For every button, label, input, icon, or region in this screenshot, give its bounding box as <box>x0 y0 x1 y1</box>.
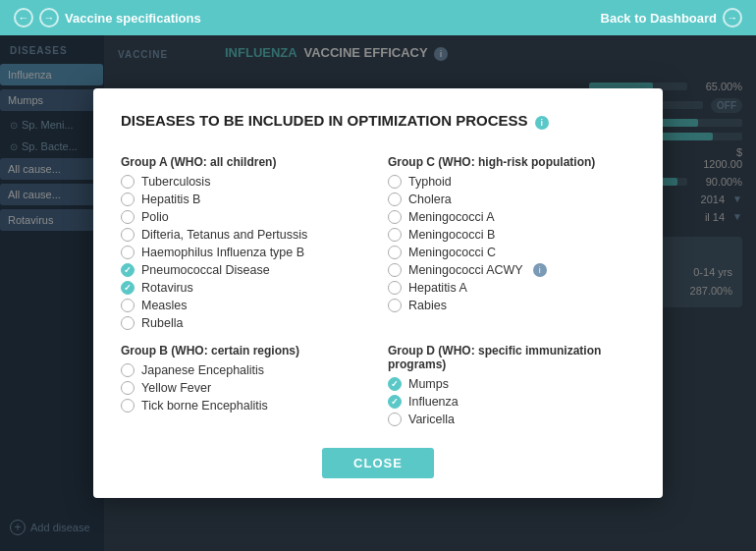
polio-label: Polio <box>141 210 169 224</box>
meningococci-acwy-radio[interactable] <box>388 263 402 277</box>
page-title: Vaccine specifications <box>65 11 201 26</box>
tick-borne-label: Tick borne Encephalitis <box>141 399 268 413</box>
item-yellow-fever: Yellow Fever <box>121 381 368 395</box>
main-content: DISEASES Influenza Mumps ⊙ Sp. Meni... ⊙… <box>0 35 756 551</box>
measles-radio[interactable] <box>121 299 135 312</box>
group-c-title: Group C (WHO: high-risk population) <box>388 155 635 169</box>
rotavirus-radio[interactable] <box>121 281 135 295</box>
item-meningococci-c: Meningococci C <box>388 246 635 259</box>
item-pneumococcal: Pneumococcal Disease <box>121 263 368 277</box>
varicella-radio[interactable] <box>388 413 402 426</box>
varicella-label: Varicella <box>408 413 455 426</box>
item-mumps: Mumps <box>388 377 635 391</box>
typhoid-label: Typhoid <box>408 175 452 189</box>
haemophilus-label: Haemophilus Influenza type B <box>141 246 304 259</box>
rotavirus-label: Rotavirus <box>141 281 193 295</box>
rubella-label: Rubella <box>141 316 183 330</box>
measles-label: Measles <box>141 299 188 312</box>
meningococci-b-radio[interactable] <box>388 228 402 242</box>
hepatitis-b-label: Hepatitis B <box>141 193 200 206</box>
rubella-radio[interactable] <box>121 316 135 330</box>
hepatitis-a-label: Hepatitis A <box>408 281 467 295</box>
item-haemophilus: Haemophilus Influenza type B <box>121 246 368 259</box>
item-rotavirus: Rotavirus <box>121 281 368 295</box>
item-meningococci-b: Meningococci B <box>388 228 635 242</box>
group-d-title: Group D (WHO: specific immunization prog… <box>388 344 635 371</box>
item-polio: Polio <box>121 210 368 224</box>
meningococci-acwy-info-icon[interactable]: i <box>533 263 547 277</box>
modal-footer: CLOSE <box>121 448 635 478</box>
influenza-label: Influenza <box>408 395 459 409</box>
rabies-label: Rabies <box>408 299 447 312</box>
modal-overlay: DISEASES TO BE INCLUDED IN OPTIMIZATION … <box>0 35 756 551</box>
mumps-label: Mumps <box>408 377 449 391</box>
modal-info-icon[interactable]: i <box>535 116 549 130</box>
top-navigation: ← → Vaccine specifications Back to Dashb… <box>0 0 756 35</box>
dashboard-arrow[interactable]: → <box>723 8 742 28</box>
polio-radio[interactable] <box>121 210 135 224</box>
mumps-radio[interactable] <box>388 377 402 391</box>
back-button[interactable]: ← <box>14 8 33 28</box>
back-dashboard-label[interactable]: Back to Dashboard <box>601 11 717 26</box>
item-rubella: Rubella <box>121 316 368 330</box>
yellow-fever-radio[interactable] <box>121 381 135 395</box>
group-d: Group D (WHO: specific immunization prog… <box>388 334 635 430</box>
tuberculosis-label: Tuberculosis <box>141 175 210 189</box>
item-influenza: Influenza <box>388 395 635 409</box>
item-cholera: Cholera <box>388 193 635 206</box>
japanese-radio[interactable] <box>121 363 135 377</box>
meningococci-a-label: Meningococci A <box>408 210 495 224</box>
nav-left: ← → Vaccine specifications <box>14 8 201 28</box>
item-measles: Measles <box>121 299 368 312</box>
group-a: Group A (WHO: all children) Tuberculosis… <box>121 145 368 334</box>
yellow-fever-label: Yellow Fever <box>141 381 211 395</box>
close-button[interactable]: CLOSE <box>322 448 434 478</box>
meningococci-b-label: Meningococci B <box>408 228 495 242</box>
item-rabies: Rabies <box>388 299 635 312</box>
rabies-radio[interactable] <box>388 299 402 312</box>
item-varicella: Varicella <box>388 413 635 426</box>
item-japanese: Japanese Encephalitis <box>121 363 368 377</box>
hepatitis-b-radio[interactable] <box>121 193 135 206</box>
group-c: Group C (WHO: high-risk population) Typh… <box>388 145 635 334</box>
group-b-title: Group B (WHO: certain regions) <box>121 344 368 358</box>
item-tuberculosis: Tuberculosis <box>121 175 368 189</box>
tuberculosis-radio[interactable] <box>121 175 135 189</box>
difteria-label: Difteria, Tetanus and Pertussis <box>141 228 307 242</box>
cholera-radio[interactable] <box>388 193 402 206</box>
item-hepatitis-a: Hepatitis A <box>388 281 635 295</box>
cholera-label: Cholera <box>408 193 452 206</box>
tick-borne-radio[interactable] <box>121 399 135 413</box>
typhoid-radio[interactable] <box>388 175 402 189</box>
item-meningococci-a: Meningococci A <box>388 210 635 224</box>
item-tick-borne: Tick borne Encephalitis <box>121 399 368 413</box>
hepatitis-a-radio[interactable] <box>388 281 402 295</box>
meningococci-acwy-label: Meningococci ACWY <box>408 263 523 277</box>
influenza-radio[interactable] <box>388 395 402 409</box>
meningococci-c-radio[interactable] <box>388 246 402 259</box>
japanese-label: Japanese Encephalitis <box>141 363 264 377</box>
group-a-title: Group A (WHO: all children) <box>121 155 368 169</box>
item-difteria: Difteria, Tetanus and Pertussis <box>121 228 368 242</box>
modal-title: DISEASES TO BE INCLUDED IN OPTIMIZATION … <box>121 112 635 129</box>
difteria-radio[interactable] <box>121 228 135 242</box>
group-b: Group B (WHO: certain regions) Japanese … <box>121 334 368 430</box>
meningococci-a-radio[interactable] <box>388 210 402 224</box>
nav-right: Back to Dashboard → <box>601 8 742 28</box>
diseases-modal: DISEASES TO BE INCLUDED IN OPTIMIZATION … <box>93 88 663 497</box>
item-meningococci-acwy: Meningococci ACWY i <box>388 263 635 277</box>
item-hepatitis-b: Hepatitis B <box>121 193 368 206</box>
modal-groups: Group A (WHO: all children) Tuberculosis… <box>121 145 635 430</box>
pneumococcal-radio[interactable] <box>121 263 135 277</box>
haemophilus-radio[interactable] <box>121 246 135 259</box>
pneumococcal-label: Pneumococcal Disease <box>141 263 270 277</box>
forward-button[interactable]: → <box>39 8 59 28</box>
meningococci-c-label: Meningococci C <box>408 246 496 259</box>
item-typhoid: Typhoid <box>388 175 635 189</box>
